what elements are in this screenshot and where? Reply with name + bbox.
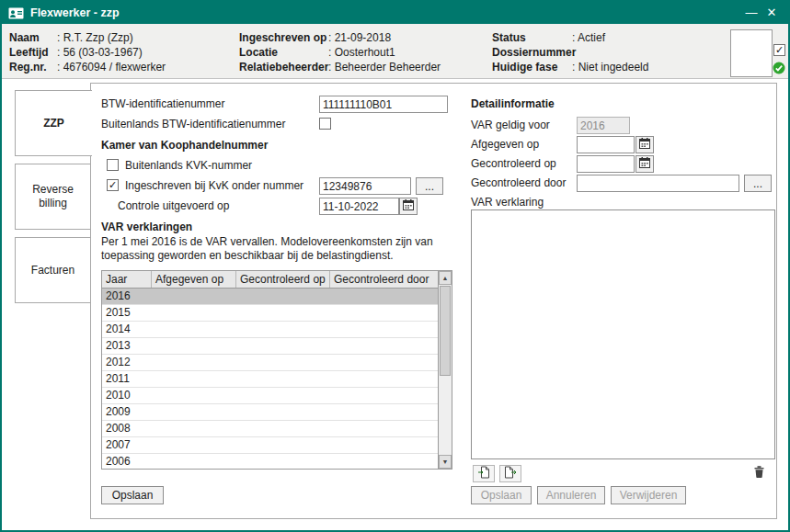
cell-jaar: 2011: [102, 371, 152, 387]
table-row[interactable]: 2010: [102, 388, 438, 404]
cell-gecontroleerd-op: [236, 338, 330, 354]
cell-gecontroleerd-op: [236, 404, 330, 420]
cell-gecontroleerd-door: [330, 388, 438, 403]
scroll-thumb[interactable]: [440, 286, 451, 376]
cell-jaar: 2016: [102, 289, 152, 304]
header-column-2: Ingeschreven op: 21-09-2018 Locatie: Oos…: [239, 30, 441, 74]
foreign-btw-label: Buitenlands BTW-identificatienummer: [101, 117, 286, 131]
afgegeven-input[interactable]: [577, 136, 635, 153]
table-row[interactable]: 2016: [102, 289, 438, 305]
cell-jaar: 2009: [102, 404, 152, 420]
var-geldig-label: VAR geldig voor: [471, 118, 550, 132]
kvk-registered-checkbox[interactable]: ✓: [107, 179, 119, 191]
huidige-fase-value: : Niet ingedeeld: [572, 60, 648, 74]
foreign-kvk-label: Buitenlands KVK-nummer: [125, 158, 252, 173]
cell-afgegeven-op: [152, 355, 236, 370]
column-header-jaar[interactable]: Jaar: [102, 271, 152, 288]
cell-gecontroleerd-door: [330, 289, 438, 304]
calendar-icon: [639, 157, 650, 171]
foreign-kvk-checkbox[interactable]: [107, 159, 119, 171]
table-row[interactable]: 2009: [102, 404, 438, 421]
document-arrow-in-icon: [477, 466, 490, 481]
person-info-header: Naam: R.T. Zzp (Zzp) Leeftijd: 56 (03-03…: [2, 24, 788, 79]
naam-value: : R.T. Zzp (Zzp): [57, 30, 133, 45]
kvk-section-title: Kamer van Koophandelnummer: [101, 138, 268, 153]
cell-jaar: 2007: [102, 437, 152, 453]
foreign-btw-checkbox[interactable]: [319, 118, 331, 130]
cell-afgegeven-op: [152, 371, 236, 387]
var-verklaring-textarea[interactable]: [471, 209, 775, 459]
cell-afgegeven-op: [152, 388, 236, 403]
cell-afgegeven-op: [152, 421, 236, 436]
column-header-afgegeven-op[interactable]: Afgegeven op: [152, 271, 236, 288]
cell-jaar: 2013: [102, 338, 152, 354]
gecontroleerd-door-lookup-button[interactable]: ...: [744, 175, 772, 192]
header-column-1: Naam: R.T. Zzp (Zzp) Leeftijd: 56 (03-03…: [9, 30, 166, 74]
scroll-down-button[interactable]: ▼: [439, 455, 452, 469]
status-value: : Actief: [572, 30, 605, 45]
controle-date-input[interactable]: [319, 198, 399, 215]
regnr-value: : 4676094 / flexwerker: [57, 60, 166, 74]
cell-gecontroleerd-door: [330, 454, 438, 469]
table-row[interactable]: 2007: [102, 437, 438, 454]
cell-jaar: 2015: [102, 305, 152, 321]
table-row[interactable]: 2011: [102, 371, 438, 388]
window-title: Flexwerker - zzp: [30, 6, 741, 19]
flexwerker-window: Flexwerker - zzp — ✕ Naam: R.T. Zzp (Zzp…: [0, 0, 790, 532]
cell-afgegeven-op: [152, 338, 236, 354]
table-row[interactable]: 2006: [102, 454, 438, 469]
titlebar: Flexwerker - zzp — ✕: [2, 2, 788, 24]
tab-zzp[interactable]: ZZP: [15, 90, 92, 156]
var-section-title: VAR verklaringen: [101, 220, 192, 234]
relatiebeheerder-label: Relatiebeheerder: [239, 60, 328, 74]
table-row[interactable]: 2014: [102, 322, 438, 338]
table-row[interactable]: 2012: [102, 355, 438, 371]
cell-gecontroleerd-op: [236, 322, 330, 337]
save-button[interactable]: Opslaan: [101, 486, 164, 504]
kvk-number-input[interactable]: [319, 177, 411, 195]
close-button[interactable]: ✕: [761, 2, 782, 24]
relatiebeheerder-value: : Beheerder Beheerder: [328, 60, 441, 74]
var-export-button[interactable]: [499, 465, 521, 482]
table-row[interactable]: 2013: [102, 338, 438, 355]
ingeschreven-op-value: : 21-09-2018: [328, 30, 391, 45]
cell-gecontroleerd-door: [330, 338, 438, 354]
gecontroleerd-door-input[interactable]: [577, 175, 739, 192]
column-header-gecontroleerd-op[interactable]: Gecontroleerd op: [236, 271, 330, 288]
header-checkbox[interactable]: ✓: [773, 44, 785, 56]
afgegeven-calendar-button[interactable]: [635, 136, 654, 153]
cell-gecontroleerd-door: [330, 437, 438, 453]
cell-gecontroleerd-door: [330, 404, 438, 420]
controle-calendar-button[interactable]: [399, 198, 418, 215]
var-import-button[interactable]: [473, 465, 495, 482]
table-row[interactable]: 2015: [102, 305, 438, 322]
regnr-label: Reg.nr.: [9, 60, 57, 74]
kvk-lookup-button[interactable]: ...: [416, 177, 443, 195]
cell-gecontroleerd-op: [236, 388, 330, 403]
leeftijd-label: Leeftijd: [9, 45, 57, 60]
var-table: Jaar Afgegeven op Gecontroleerd op Gecon…: [101, 270, 452, 470]
cell-gecontroleerd-door: [330, 355, 438, 370]
minimize-button[interactable]: —: [741, 2, 761, 24]
var-verklaring-label: VAR verklaring: [471, 195, 544, 209]
naam-label: Naam: [9, 30, 57, 45]
tab-reverse-billing[interactable]: Reverse billing: [15, 164, 91, 230]
cell-jaar: 2014: [102, 322, 152, 337]
table-scrollbar[interactable]: ▲ ▼: [438, 271, 452, 469]
table-row[interactable]: 2008: [102, 421, 438, 437]
gecontroleerd-op-label: Gecontroleerd op: [471, 156, 556, 171]
delete-var-button[interactable]: [750, 464, 768, 481]
tab-facturen[interactable]: Facturen: [15, 237, 91, 303]
column-header-gecontroleerd-door[interactable]: Gecontroleerd door: [330, 271, 438, 288]
var-notice-text: Per 1 mei 2016 is de VAR vervallen. Mode…: [101, 235, 451, 263]
afgegeven-label: Afgegeven op: [471, 137, 539, 152]
locatie-label: Locatie: [239, 45, 328, 60]
dossiernummer-label: Dossiernummer: [492, 45, 572, 60]
gecontroleerd-op-input[interactable]: [577, 155, 635, 173]
gecontroleerd-op-calendar-button[interactable]: [635, 155, 654, 173]
scroll-up-button[interactable]: ▲: [439, 271, 452, 285]
locatie-value: : Oosterhout1: [328, 45, 395, 60]
cell-gecontroleerd-op: [236, 305, 330, 321]
btw-input[interactable]: [319, 96, 448, 113]
ingeschreven-op-label: Ingeschreven op: [239, 30, 328, 45]
